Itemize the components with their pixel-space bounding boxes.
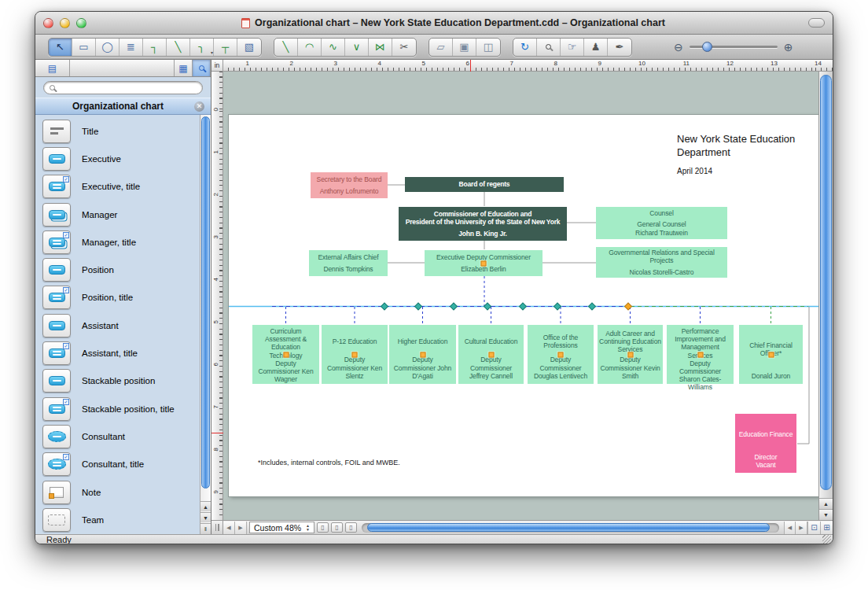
- org-node-external-affairs[interactable]: External Affairs ChiefDennis Tompkins: [309, 250, 388, 276]
- eyedropper-tool[interactable]: ✒: [608, 39, 631, 56]
- connector-tree-tool[interactable]: ┬: [214, 39, 237, 56]
- org-node-edu-finance[interactable]: Education FinanceDirector Vacant: [735, 414, 796, 473]
- org-node-counsel[interactable]: CounselGeneral Counsel Richard Trautwein: [596, 207, 727, 239]
- library-item-consultant-title[interactable]: Consultant, title: [35, 451, 200, 478]
- minimize-button[interactable]: [60, 18, 70, 28]
- ellipse-tool[interactable]: ◯: [96, 39, 120, 56]
- library-item-title[interactable]: Title: [35, 117, 200, 145]
- view-mode-1-button[interactable]: ▯: [317, 522, 329, 533]
- library-item-position-title[interactable]: Position, title: [35, 284, 200, 312]
- polyline-tool[interactable]: ∨: [345, 39, 369, 56]
- fit-page-icon[interactable]: ⊡: [807, 522, 820, 534]
- rotate-tool[interactable]: ↻: [513, 39, 537, 56]
- insert-object-tool[interactable]: ▧: [237, 39, 261, 56]
- sidebar-scrollbar[interactable]: ▲ ▼ ‖: [200, 115, 211, 534]
- library-tree-button[interactable]: ▤: [35, 60, 70, 76]
- library-item-executive-title[interactable]: Executive, title: [35, 173, 200, 201]
- horizontal-scrollbar[interactable]: [362, 523, 779, 533]
- org-node-p12[interactable]: P-12 EducationDeputy Commissioner Ken Sl…: [322, 325, 388, 384]
- rectangle-tool[interactable]: ▭: [72, 39, 96, 56]
- scroll-right-icon[interactable]: ▶: [796, 522, 807, 534]
- org-node-secretary[interactable]: Secretary to the BoardAnthony Lofrumento: [311, 172, 388, 198]
- selection-handle[interactable]: [420, 352, 425, 357]
- selection-handle[interactable]: [283, 352, 289, 357]
- library-item-position[interactable]: Position: [35, 256, 200, 283]
- connector-smart-tool[interactable]: ╮▾: [190, 39, 214, 56]
- toolbar-toggle-button[interactable]: [808, 18, 825, 28]
- reshape-tool[interactable]: ▱: [429, 39, 453, 56]
- zoom-slider-track[interactable]: [690, 46, 778, 48]
- org-node-exec-deputy[interactable]: Executive Deputy CommissionerElizabeth B…: [425, 250, 542, 276]
- page-next-button[interactable]: ▶: [235, 522, 247, 534]
- selection-handle[interactable]: [352, 352, 358, 357]
- library-search-input[interactable]: [59, 83, 197, 92]
- zoom-stepper[interactable]: ▲▼: [306, 524, 310, 532]
- selection-handle[interactable]: [488, 352, 494, 357]
- connector-elbow-tool[interactable]: ┐: [143, 39, 167, 56]
- resize-grip[interactable]: [822, 535, 831, 544]
- panel-close-icon[interactable]: ✕: [194, 101, 204, 112]
- group-tool[interactable]: ▣: [453, 39, 476, 56]
- line-tool[interactable]: ╲: [274, 39, 298, 56]
- horizontal-scrollbar-thumb[interactable]: [367, 523, 770, 532]
- scroll-up-icon[interactable]: ▲: [819, 498, 833, 509]
- panel-splitter[interactable]: ‖: [200, 523, 211, 534]
- org-node-performance[interactable]: Performance Improvement and Management S…: [667, 325, 734, 384]
- zoom-slider-thumb[interactable]: [702, 42, 712, 52]
- view-mode-2-button[interactable]: ▯: [331, 522, 343, 533]
- library-item-stackable-position[interactable]: Stackable position: [35, 367, 200, 395]
- library-grid-button[interactable]: ▦: [175, 60, 193, 76]
- library-item-stackable-position-title[interactable]: Stackable position, title: [35, 395, 200, 422]
- vertical-scrollbar-thumb[interactable]: [820, 75, 832, 490]
- org-node-adult-career[interactable]: Adult Career and Continuing Education Se…: [598, 325, 663, 384]
- sidebar-scrollbar-thumb[interactable]: [201, 116, 210, 489]
- curve-tool[interactable]: ∿: [322, 39, 345, 56]
- stamp-tool[interactable]: ♟: [584, 39, 608, 56]
- org-node-professions[interactable]: Office of the ProfessionsDeputy Commissi…: [528, 325, 594, 384]
- org-node-gov-relations[interactable]: Governmental Relations and Special Proje…: [596, 247, 727, 278]
- zoom-out-icon[interactable]: ⊖: [674, 41, 683, 53]
- pane-splitter-grip[interactable]: [211, 520, 223, 534]
- split-tool[interactable]: ✂: [392, 39, 416, 56]
- library-item-team[interactable]: Team: [35, 506, 200, 533]
- scroll-down-icon[interactable]: ▼: [819, 509, 833, 520]
- selection-handle[interactable]: [627, 352, 633, 357]
- zoom-button[interactable]: [76, 18, 86, 28]
- pan-window-icon[interactable]: ⊞: [820, 522, 833, 534]
- library-search-field[interactable]: [43, 81, 203, 94]
- document-page[interactable]: New York State Education Department Apri…: [229, 115, 820, 496]
- org-node-board[interactable]: Board of regents: [405, 177, 564, 192]
- page-prev-button[interactable]: ◀: [223, 522, 235, 534]
- library-item-manager[interactable]: Manager: [35, 201, 200, 228]
- zoom-in-icon[interactable]: ⊕: [784, 41, 793, 53]
- ungroup-tool[interactable]: ◫: [476, 39, 500, 56]
- library-item-note[interactable]: Note: [35, 478, 200, 506]
- library-item-consultant[interactable]: Consultant: [35, 422, 200, 450]
- library-item-assistant-title[interactable]: Assistant, title: [35, 339, 200, 367]
- arc-tool[interactable]: ◠: [298, 39, 322, 56]
- scroll-up-icon[interactable]: ▲: [200, 501, 211, 511]
- selection-handle[interactable]: [558, 352, 564, 357]
- org-node-curriculum[interactable]: Curriculum Assessment & Education Techno…: [252, 325, 319, 384]
- scroll-left-icon[interactable]: ◀: [784, 522, 796, 534]
- pan-tool[interactable]: ☞: [561, 39, 584, 56]
- select-tool[interactable]: ↖: [49, 39, 72, 56]
- zoom-tool[interactable]: [537, 39, 561, 56]
- library-item-manager-title[interactable]: Manager, title: [35, 228, 200, 256]
- library-item-executive[interactable]: Executive: [35, 145, 200, 172]
- selection-handle[interactable]: [768, 352, 774, 357]
- close-button[interactable]: [43, 18, 53, 28]
- org-node-cultural[interactable]: Cultural EducationDeputy Commissioner Je…: [458, 325, 524, 384]
- library-item-assistant[interactable]: Assistant: [35, 312, 200, 339]
- text-tool[interactable]: ≣: [120, 39, 143, 56]
- connector-direct-tool[interactable]: ╲: [167, 39, 190, 56]
- vertical-scrollbar[interactable]: ▲ ▼: [818, 72, 833, 520]
- zoom-level-select[interactable]: Custom 48% ▲▼: [249, 522, 314, 533]
- org-node-cfo[interactable]: Chief Financial Officer*Donald Juron: [739, 325, 803, 384]
- selection-handle[interactable]: [697, 352, 703, 357]
- document-viewport[interactable]: New York State Education Department Apri…: [223, 72, 820, 520]
- selection-handle[interactable]: [481, 260, 487, 266]
- org-node-commissioner[interactable]: Commissioner of Education and President …: [399, 207, 567, 241]
- view-mode-3-button[interactable]: ▯: [345, 522, 357, 533]
- org-node-higher-ed[interactable]: Higher EducationDeputy Commissioner John…: [389, 325, 456, 384]
